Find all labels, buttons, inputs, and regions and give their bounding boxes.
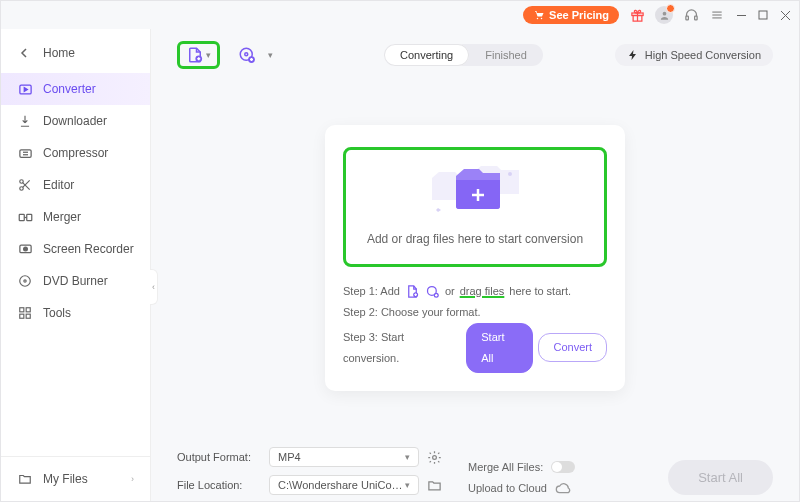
svg-rect-12 xyxy=(759,11,767,19)
disc-plus-icon[interactable] xyxy=(425,284,440,299)
gear-icon[interactable] xyxy=(427,450,442,465)
button-label: Convert xyxy=(553,341,592,353)
sidebar-item-converter[interactable]: Converter xyxy=(1,73,150,105)
drop-card: Add or drag files here to start conversi… xyxy=(325,125,625,391)
sidebar-item-my-files[interactable]: My Files › xyxy=(1,456,150,495)
sidebar-item-home[interactable]: Home xyxy=(1,37,150,69)
sidebar-item-screen-recorder[interactable]: Screen Recorder xyxy=(1,233,150,265)
sidebar-item-merger[interactable]: Merger xyxy=(1,201,150,233)
file-plus-icon[interactable] xyxy=(405,284,420,299)
svg-point-0 xyxy=(537,18,539,20)
bottom-bar: Output Format: MP4 ▾ File Location: C:\W… xyxy=(177,435,773,495)
merger-icon xyxy=(17,209,33,225)
svg-point-49 xyxy=(433,455,437,459)
svg-rect-31 xyxy=(20,308,24,312)
svg-point-29 xyxy=(20,276,31,287)
sidebar-item-label: Editor xyxy=(43,178,74,192)
button-label: Start All xyxy=(481,331,504,364)
see-pricing-button[interactable]: See Pricing xyxy=(523,6,619,24)
download-icon xyxy=(17,113,33,129)
svg-rect-32 xyxy=(26,308,30,312)
sidebar: Home Converter Downloader Compressor Edi… xyxy=(1,29,151,502)
file-plus-icon xyxy=(186,46,204,64)
svg-point-28 xyxy=(23,247,27,251)
grid-icon xyxy=(17,305,33,321)
output-format-label: Output Format: xyxy=(177,451,261,463)
file-location-select[interactable]: C:\Wondershare UniConverter 1 ▾ xyxy=(269,475,419,495)
cart-icon xyxy=(533,9,545,21)
svg-point-30 xyxy=(24,280,26,282)
sidebar-item-editor[interactable]: Editor xyxy=(1,169,150,201)
select-value: C:\Wondershare UniConverter 1 xyxy=(278,479,405,491)
tab-converting[interactable]: Converting xyxy=(384,44,469,66)
headset-icon[interactable] xyxy=(683,7,699,23)
svg-point-45 xyxy=(508,172,512,176)
upload-cloud-row[interactable]: Upload to Cloud xyxy=(468,481,575,495)
tab-label: Finished xyxy=(485,49,527,61)
sidebar-item-label: Converter xyxy=(43,82,96,96)
scissors-icon xyxy=(17,177,33,193)
chevron-down-icon[interactable]: ▾ xyxy=(268,50,273,60)
sidebar-item-label: Downloader xyxy=(43,114,107,128)
add-file-button[interactable] xyxy=(186,46,204,64)
file-location-row: File Location: C:\Wondershare UniConvert… xyxy=(177,475,442,495)
start-all-button[interactable]: Start All xyxy=(466,323,533,373)
maximize-button[interactable] xyxy=(757,9,769,21)
upload-label: Upload to Cloud xyxy=(468,482,547,494)
main-panel: ▾ ▾ Converting Finished High Speed Conve… xyxy=(151,29,799,502)
merge-all-row: Merge All Files: xyxy=(468,461,575,473)
step-text: Step 3: Start conversion. xyxy=(343,327,461,369)
convert-button[interactable]: Convert xyxy=(538,333,607,362)
tab-label: Converting xyxy=(400,49,453,61)
sidebar-item-label: DVD Burner xyxy=(43,274,108,288)
sidebar-collapse-handle[interactable]: ‹ xyxy=(150,269,158,305)
step-text: Step 1: Add xyxy=(343,281,400,302)
add-dvd-button[interactable] xyxy=(238,46,256,64)
converter-icon xyxy=(17,81,33,97)
svg-rect-25 xyxy=(26,214,31,220)
folder-icon xyxy=(17,471,33,487)
output-format-select[interactable]: MP4 ▾ xyxy=(269,447,419,467)
recorder-icon xyxy=(17,241,33,257)
drop-zone[interactable] xyxy=(442,164,508,216)
chip-label: High Speed Conversion xyxy=(645,49,761,61)
sidebar-item-downloader[interactable]: Downloader xyxy=(1,105,150,137)
open-folder-icon[interactable] xyxy=(427,478,442,493)
add-file-highlight: ▾ xyxy=(177,41,220,69)
chevron-down-icon[interactable]: ▾ xyxy=(206,50,211,60)
high-speed-chip[interactable]: High Speed Conversion xyxy=(615,44,773,66)
sidebar-item-label: Home xyxy=(43,46,75,60)
step-text: here to start. xyxy=(509,281,571,302)
menu-icon[interactable] xyxy=(709,7,725,23)
step-text-underline: drag files xyxy=(460,281,505,302)
sidebar-item-label: Merger xyxy=(43,210,81,224)
select-value: MP4 xyxy=(278,451,301,463)
merge-all-toggle[interactable] xyxy=(551,461,575,473)
sidebar-item-label: Tools xyxy=(43,306,71,320)
minimize-button[interactable] xyxy=(735,9,747,21)
disc-icon xyxy=(17,273,33,289)
svg-point-1 xyxy=(541,18,543,20)
svg-rect-7 xyxy=(694,16,697,20)
svg-rect-33 xyxy=(20,314,24,318)
sidebar-item-tools[interactable]: Tools xyxy=(1,297,150,329)
tabbar: Converting Finished xyxy=(384,44,543,66)
sidebar-item-label: My Files xyxy=(43,472,88,486)
sidebar-item-compressor[interactable]: Compressor xyxy=(1,137,150,169)
gift-icon[interactable] xyxy=(629,7,645,23)
chevron-down-icon: ▾ xyxy=(405,452,410,462)
drop-text: Add or drag files here to start conversi… xyxy=(367,232,583,246)
user-avatar[interactable] xyxy=(655,6,673,24)
sidebar-item-dvd-burner[interactable]: DVD Burner xyxy=(1,265,150,297)
start-all-main-button[interactable]: Start All xyxy=(668,460,773,495)
disc-plus-icon xyxy=(238,46,256,64)
see-pricing-label: See Pricing xyxy=(549,9,609,21)
close-button[interactable] xyxy=(779,9,791,21)
chevron-down-icon: ▾ xyxy=(405,480,410,490)
step-1: Step 1: Add or drag files here to start. xyxy=(343,281,607,302)
titlebar: See Pricing xyxy=(1,1,799,29)
svg-marker-16 xyxy=(24,87,27,91)
tab-finished[interactable]: Finished xyxy=(469,44,543,66)
svg-point-5 xyxy=(662,11,666,15)
sidebar-item-label: Screen Recorder xyxy=(43,242,134,256)
